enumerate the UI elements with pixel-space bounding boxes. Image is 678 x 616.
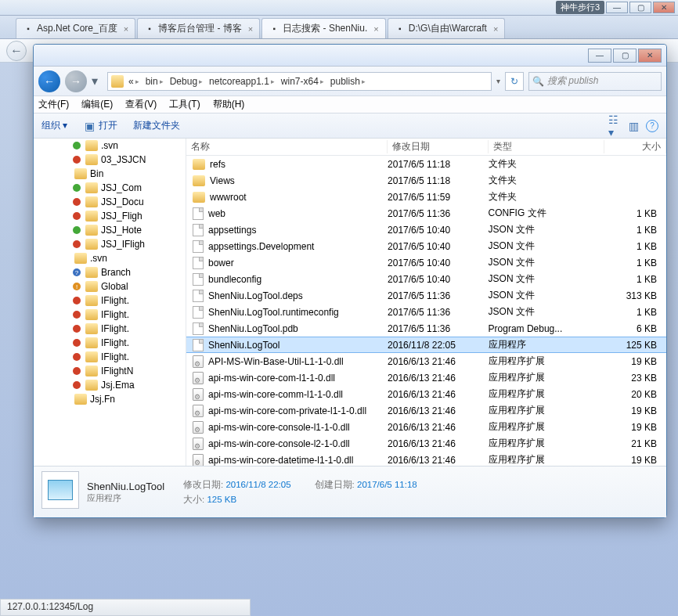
file-row[interactable]: bundleconfig2017/6/5 10:40JSON 文件1 KB <box>186 271 666 287</box>
breadcrumb-root[interactable]: « ▸ <box>125 73 142 90</box>
menu-tools[interactable]: 工具(T) <box>169 98 200 111</box>
tab-close-icon[interactable]: × <box>373 24 378 34</box>
menu-view[interactable]: 查看(V) <box>125 98 157 111</box>
details-name: ShenNiu.LogTool <box>87 481 164 492</box>
tab-close-icon[interactable]: × <box>124 24 128 34</box>
new-folder-button[interactable]: 新建文件夹 <box>133 119 180 132</box>
file-icon <box>193 240 204 253</box>
file-row[interactable]: api-ms-win-core-com-private-l1-1-0.dll20… <box>186 402 666 419</box>
col-date[interactable]: 修改日期 <box>388 140 489 153</box>
tree-item[interactable]: IFlight. <box>34 336 186 350</box>
nav-back-button[interactable]: ← <box>38 70 60 92</box>
breadcrumb-item[interactable]: win7-x64 ▸ <box>278 73 327 90</box>
tree-item[interactable]: IFlightN <box>34 364 186 378</box>
nav-forward-button[interactable]: → <box>65 70 87 92</box>
status-badge-icon <box>73 156 81 164</box>
favicon-icon: ▪ <box>144 23 155 34</box>
file-row[interactable]: API-MS-Win-Base-Util-L1-1-0.dll2016/6/13… <box>186 353 666 369</box>
preview-pane-button[interactable]: ▥ <box>627 120 640 132</box>
file-row[interactable]: refs2017/6/5 11:18文件夹 <box>186 156 666 172</box>
file-row[interactable]: ShenNiu.LogTool.pdb2017/6/5 11:36Program… <box>186 320 666 337</box>
browser-tab[interactable]: ▪D:\G\自由\Warcraft× <box>388 18 506 38</box>
file-pane[interactable]: 名称 修改日期 类型 大小 refs2017/6/5 11:18文件夹Views… <box>186 139 666 466</box>
explorer-min-button[interactable]: — <box>588 49 611 63</box>
browser-tab[interactable]: ▪Asp.Net Core_百度× <box>16 18 135 38</box>
explorer-navbar: ← → ▾ « ▸ bin ▸Debug ▸netcoreapp1.1 ▸win… <box>34 67 666 96</box>
tab-close-icon[interactable]: × <box>248 24 253 34</box>
view-mode-button[interactable]: ☷ ▾ <box>608 120 621 132</box>
tree-item[interactable]: JSJ_Docu <box>34 195 186 209</box>
menu-file[interactable]: 文件(F) <box>38 98 69 111</box>
file-row[interactable]: appsettings2017/6/5 10:40JSON 文件1 KB <box>186 222 666 238</box>
folder-icon <box>85 323 98 334</box>
col-type[interactable]: 类型 <box>489 140 604 153</box>
browser-close-button[interactable]: ✕ <box>653 2 675 13</box>
menu-edit[interactable]: 编辑(E) <box>81 98 113 111</box>
tree-item[interactable]: Bin <box>34 167 186 181</box>
file-row[interactable]: bower2017/6/5 10:40JSON 文件1 KB <box>186 254 666 271</box>
tree-item[interactable]: IFlight. <box>34 322 186 336</box>
breadcrumb-item[interactable]: bin ▸ <box>142 73 167 90</box>
open-button[interactable]: ▣ 打开 <box>83 119 117 132</box>
tree-item[interactable]: IFlight. <box>34 350 186 364</box>
file-row[interactable]: Views2017/6/5 11:18文件夹 <box>186 172 666 189</box>
file-row[interactable]: appsettings.Development2017/6/5 10:40JSO… <box>186 238 666 254</box>
tree-item[interactable]: Jsj.Ema <box>34 378 186 392</box>
breadcrumb-item[interactable]: publish ▸ <box>327 73 369 90</box>
file-row[interactable]: api-ms-win-core-datetime-l1-1-0.dll2016/… <box>186 452 666 466</box>
organize-button[interactable]: 组织 ▾ <box>41 119 67 132</box>
tree-item[interactable]: Jsj.Fn <box>34 392 186 406</box>
dll-icon <box>193 372 204 384</box>
file-row[interactable]: api-ms-win-core-com-l1-1-0.dll2016/6/13 … <box>186 369 666 386</box>
browser-titlebar: 神牛步行3 — ▢ ✕ <box>0 0 678 16</box>
help-button[interactable]: ? <box>646 120 658 132</box>
breadcrumb-item[interactable]: Debug ▸ <box>167 73 206 90</box>
browser-back-button[interactable]: ← <box>6 41 27 61</box>
tree-item[interactable]: 03_JSJCN <box>34 153 186 167</box>
browser-min-button[interactable]: — <box>606 2 628 13</box>
explorer-titlebar[interactable]: — ▢ ✕ <box>34 45 666 67</box>
file-row[interactable]: wwwroot2017/6/5 11:59文件夹 <box>186 189 666 205</box>
tree-item[interactable]: JSJ_Com <box>34 181 186 195</box>
explorer-close-button[interactable]: ✕ <box>638 49 662 63</box>
breadcrumb-dropdown[interactable]: ▾ <box>496 77 500 85</box>
tree-item[interactable]: IFlight. <box>34 308 186 322</box>
tree-item[interactable]: JSJ_IFligh <box>34 237 186 251</box>
breadcrumb-item[interactable]: netcoreapp1.1 ▸ <box>206 73 278 90</box>
tree-item[interactable]: JSJ_Hote <box>34 223 186 237</box>
file-row[interactable]: ShenNiu.LogTool2016/11/8 22:05应用程序125 KB <box>186 337 666 353</box>
tab-close-icon[interactable]: × <box>493 24 498 34</box>
tree-item[interactable]: JSJ_Fligh <box>34 209 186 223</box>
browser-tab[interactable]: ▪博客后台管理 - 博客× <box>137 18 260 38</box>
col-name[interactable]: 名称 <box>186 140 388 153</box>
tree-item[interactable]: !Global <box>34 279 186 294</box>
browser-max-button[interactable]: ▢ <box>629 2 651 13</box>
tree-item[interactable]: IFlight. <box>34 294 186 308</box>
file-row[interactable]: ShenNiu.LogTool.runtimeconfig2017/6/5 11… <box>186 304 666 320</box>
status-badge-icon <box>73 325 81 333</box>
explorer-max-button[interactable]: ▢ <box>613 49 637 63</box>
file-row[interactable]: web2017/6/5 11:36CONFIG 文件1 KB <box>186 205 666 222</box>
file-icon <box>193 273 204 286</box>
menu-help[interactable]: 帮助(H) <box>213 98 245 111</box>
status-badge-icon <box>73 353 81 361</box>
col-size[interactable]: 大小 <box>604 140 666 153</box>
tree-item[interactable]: .svn <box>34 139 186 153</box>
folder-icon <box>85 295 98 306</box>
file-row[interactable]: api-ms-win-core-console-l2-1-0.dll2016/6… <box>186 435 666 452</box>
tree-pane[interactable]: .svn03_JSJCNBinJSJ_ComJSJ_DocuJSJ_FlighJ… <box>34 139 186 466</box>
folder-icon <box>85 281 98 292</box>
file-row[interactable]: api-ms-win-core-console-l1-1-0.dll2016/6… <box>186 419 666 435</box>
file-icon <box>193 290 204 302</box>
browser-tab[interactable]: ▪日志搜索 - ShenNiu.× <box>261 18 385 38</box>
file-row[interactable]: api-ms-win-core-comm-l1-1-0.dll2016/6/13… <box>186 386 666 402</box>
tree-item[interactable]: ?Branch <box>34 265 186 279</box>
breadcrumb[interactable]: « ▸ bin ▸Debug ▸netcoreapp1.1 ▸win7-x64 … <box>107 72 492 91</box>
file-icon <box>193 207 204 220</box>
file-row[interactable]: ShenNiu.LogTool.deps2017/6/5 11:36JSON 文… <box>186 287 666 304</box>
nav-history-dropdown[interactable]: ▾ <box>92 74 103 88</box>
tree-item[interactable]: .svn <box>34 251 186 265</box>
folder-icon <box>85 196 98 207</box>
search-input[interactable]: 🔍 搜索 publish <box>528 72 662 91</box>
refresh-button[interactable]: ↻ <box>505 72 524 91</box>
